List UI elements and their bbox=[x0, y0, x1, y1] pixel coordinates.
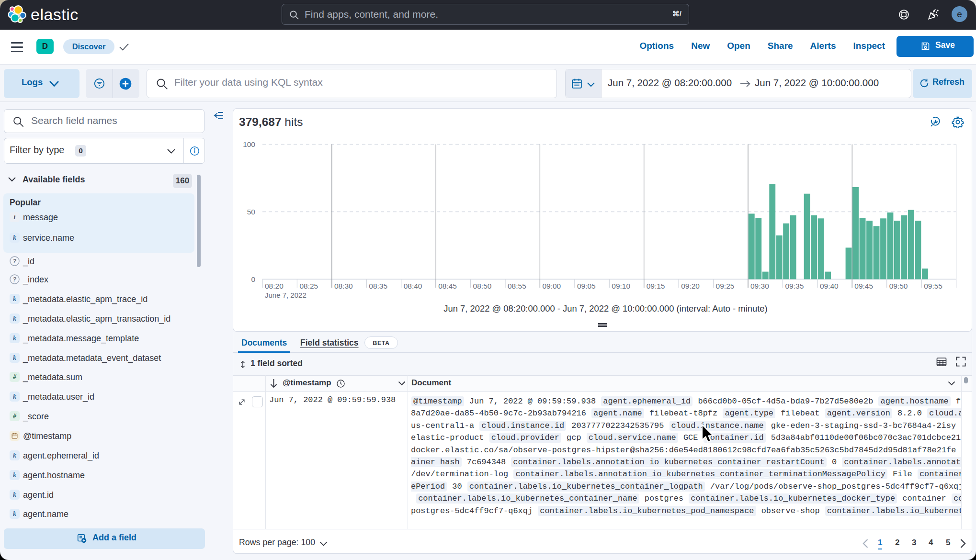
svg-text:08:35: 08:35 bbox=[369, 282, 387, 290]
svg-text:09:25: 09:25 bbox=[716, 282, 735, 290]
svg-text:0: 0 bbox=[251, 275, 255, 283]
svg-text:09:20: 09:20 bbox=[681, 282, 700, 290]
svg-text:09:00: 09:00 bbox=[542, 282, 561, 290]
svg-text:08:25: 08:25 bbox=[299, 282, 318, 290]
svg-text:09:40: 09:40 bbox=[820, 282, 839, 290]
svg-text:08:50: 08:50 bbox=[473, 282, 492, 290]
svg-text:09:55: 09:55 bbox=[924, 282, 942, 290]
svg-text:09:30: 09:30 bbox=[750, 282, 769, 290]
svg-text:08:40: 08:40 bbox=[404, 282, 422, 290]
svg-text:?: ? bbox=[13, 258, 17, 265]
svg-text:?: ? bbox=[13, 276, 17, 283]
svg-text:08:30: 08:30 bbox=[334, 282, 353, 290]
svg-text:June 7, 2022: June 7, 2022 bbox=[265, 291, 306, 299]
svg-text:09:10: 09:10 bbox=[612, 282, 630, 290]
svg-text:08:45: 08:45 bbox=[438, 282, 457, 290]
svg-text:50: 50 bbox=[247, 208, 256, 216]
svg-text:09:35: 09:35 bbox=[785, 282, 804, 290]
svg-text:09:15: 09:15 bbox=[647, 282, 665, 290]
svg-text:08:55: 08:55 bbox=[508, 282, 526, 290]
svg-text:100: 100 bbox=[243, 140, 255, 148]
svg-text:08:20: 08:20 bbox=[265, 282, 284, 290]
svg-text:09:50: 09:50 bbox=[889, 282, 908, 290]
svg-text:09:05: 09:05 bbox=[577, 282, 596, 290]
svg-text:09:45: 09:45 bbox=[854, 282, 873, 290]
